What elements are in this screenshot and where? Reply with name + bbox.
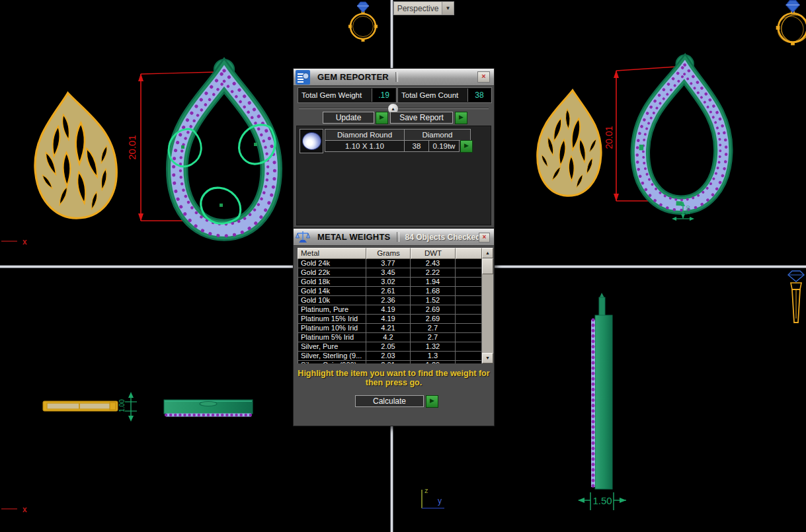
titlebar-groove bbox=[397, 232, 399, 242]
metal-weights-panel: METAL WEIGHTS 84 Objects Checked × Metal… bbox=[293, 228, 495, 426]
cell-dwt: 2.7 bbox=[411, 333, 456, 342]
diamond-icon bbox=[786, 1, 800, 13]
cell-metal: Gold 24k bbox=[298, 259, 366, 268]
save-report-button[interactable]: Save Report bbox=[390, 112, 453, 124]
panel-title: GEM REPORTER bbox=[317, 72, 389, 82]
cell-grams: 4.19 bbox=[366, 305, 411, 315]
cell-dwt: 1.32 bbox=[411, 342, 456, 352]
col-header-empty bbox=[456, 248, 482, 259]
metal-weights-table: Metal Grams DWT Gold 24k3.77 2.43 Gold 2… bbox=[298, 248, 482, 363]
ring-logo-side-view bbox=[788, 271, 804, 323]
gem-cut-header[interactable]: Diamond Round bbox=[325, 129, 405, 141]
chevron-down-icon[interactable]: ▼ bbox=[442, 2, 454, 15]
table-scrollbar[interactable]: ▲ ▼ bbox=[482, 248, 493, 363]
gem-thumbnail[interactable] bbox=[300, 129, 323, 153]
total-gem-weight-value: .19 bbox=[372, 89, 395, 102]
table-row[interactable]: Platinum 10% Irid4.21 2.7 bbox=[298, 324, 482, 333]
cell-metal: Silver, Sterling (9... bbox=[298, 352, 366, 361]
cell-metal: Gold 14k bbox=[298, 287, 366, 296]
cell-empty bbox=[456, 342, 482, 352]
viewport-title-dropdown[interactable]: Perspective ▼ bbox=[393, 1, 454, 15]
cell-metal: Platinum 5% Irid bbox=[298, 333, 366, 342]
total-gem-count-label: Total Gem Count bbox=[399, 89, 467, 102]
calculate-go-icon[interactable]: ▶ bbox=[426, 395, 438, 408]
cad-workspace: 20.01 bbox=[0, 0, 806, 532]
table-header-row: Metal Grams DWT bbox=[298, 248, 482, 259]
gem-pendant-edge[interactable] bbox=[593, 293, 612, 489]
dimension-thickness-edge: 1.50 bbox=[578, 492, 626, 510]
metal-weights-titlebar[interactable]: METAL WEIGHTS 84 Objects Checked × bbox=[294, 229, 494, 246]
cell-grams: 3.02 bbox=[366, 278, 411, 287]
gem-reporter-panel: GEM REPORTER × Total Gem Weight .19 Tota… bbox=[293, 68, 495, 228]
svg-text:z: z bbox=[424, 486, 428, 494]
gem-reporter-titlebar[interactable]: GEM REPORTER × bbox=[294, 69, 494, 86]
table-row[interactable]: Platinum 5% Irid4.2 2.7 bbox=[298, 333, 482, 342]
gem-pendant-perspective[interactable] bbox=[635, 56, 729, 211]
gem-size-cell[interactable]: 1.10 X 1.10 bbox=[325, 140, 405, 152]
calculate-button[interactable]: Calculate bbox=[355, 395, 424, 407]
table-row[interactable]: Silver, Pure2.05 1.32 bbox=[298, 342, 482, 352]
cell-dwt: 2.69 bbox=[411, 315, 456, 324]
cell-dwt: 1.3 bbox=[411, 352, 456, 361]
cell-dwt: 2.22 bbox=[411, 268, 456, 278]
gem-list-area: Diamond Round Diamond 1.10 X 1.10 38 0.1… bbox=[296, 126, 491, 225]
gem-material-header[interactable]: Diamond bbox=[404, 129, 471, 141]
gem-row-go-icon[interactable]: ▶ bbox=[460, 140, 473, 153]
scroll-thumb[interactable] bbox=[482, 258, 493, 274]
flame-pendant-front[interactable] bbox=[28, 89, 122, 222]
cell-dwt: 2.69 bbox=[411, 305, 456, 315]
svg-text:x: x bbox=[22, 237, 27, 247]
table-row[interactable]: Gold 22k3.45 2.22 bbox=[298, 268, 482, 278]
cell-metal: Platinum, Pure bbox=[298, 305, 366, 315]
cell-metal: Silver, Pure bbox=[298, 342, 366, 352]
viewport-title-label[interactable]: Perspective bbox=[394, 2, 442, 15]
dim-label: 1.00 bbox=[118, 399, 126, 412]
cell-empty bbox=[456, 361, 482, 363]
cell-metal: Gold 18k bbox=[298, 278, 366, 287]
total-gem-weight-label: Total Gem Weight bbox=[299, 89, 372, 102]
update-go-icon[interactable]: ▶ bbox=[376, 112, 388, 124]
col-header-dwt[interactable]: DWT bbox=[411, 248, 456, 259]
diamond-icon bbox=[357, 2, 369, 13]
dim-label: 20.01 bbox=[604, 126, 614, 149]
table-row[interactable]: Silver, Coin (900)2.01 1.29 bbox=[298, 361, 482, 363]
cell-grams: 2.05 bbox=[366, 342, 411, 352]
cell-dwt: 2.7 bbox=[411, 324, 456, 333]
table-row[interactable]: Gold 18k3.02 1.94 bbox=[298, 278, 482, 287]
table-row[interactable]: Platinum, Pure4.19 2.69 bbox=[298, 305, 482, 315]
svg-text:x: x bbox=[22, 505, 27, 514]
table-row[interactable]: Silver, Sterling (9...2.03 1.3 bbox=[298, 352, 482, 361]
cell-empty bbox=[456, 315, 482, 324]
table-row[interactable]: Gold 10k2.36 1.52 bbox=[298, 296, 482, 305]
cell-metal: Gold 10k bbox=[298, 296, 366, 305]
scroll-down-icon[interactable]: ▼ bbox=[482, 353, 493, 363]
gem-weight-cell[interactable]: 0.19tw bbox=[428, 140, 460, 152]
instruction-text: Highlight the item you want to find the … bbox=[294, 369, 494, 387]
cell-dwt: 1.29 bbox=[411, 361, 456, 363]
cell-metal: Gold 22k bbox=[298, 268, 366, 278]
axis-indicator-zy: z y bbox=[422, 486, 444, 508]
scroll-up-icon[interactable]: ▲ bbox=[482, 248, 493, 258]
col-header-grams[interactable]: Grams bbox=[366, 248, 411, 259]
close-icon[interactable]: × bbox=[479, 233, 490, 243]
table-row[interactable]: Gold 24k3.77 2.43 bbox=[298, 259, 482, 268]
metal-table-body: Gold 24k3.77 2.43 Gold 22k3.45 2.22 Gold… bbox=[298, 259, 482, 363]
update-button[interactable]: Update bbox=[323, 112, 374, 124]
gem-count-cell[interactable]: 38 bbox=[404, 140, 429, 152]
cell-grams: 4.2 bbox=[366, 333, 411, 342]
col-header-metal[interactable]: Metal bbox=[298, 248, 366, 259]
gem-pendant-front[interactable] bbox=[174, 62, 275, 236]
cell-empty bbox=[456, 278, 482, 287]
table-row[interactable]: Platinum 15% Irid4.19 2.69 bbox=[298, 315, 482, 324]
save-report-go-icon[interactable]: ▶ bbox=[455, 112, 467, 124]
flame-pendant-side[interactable] bbox=[43, 401, 118, 411]
cell-grams: 2.01 bbox=[366, 361, 411, 363]
cell-grams: 2.61 bbox=[366, 287, 411, 296]
cell-metal: Platinum 10% Irid bbox=[298, 324, 366, 333]
flame-pendant-perspective[interactable] bbox=[535, 89, 604, 198]
diamond-round-icon bbox=[302, 132, 321, 150]
cell-empty bbox=[456, 305, 482, 315]
table-row[interactable]: Gold 14k2.61 1.68 bbox=[298, 287, 482, 296]
close-icon[interactable]: × bbox=[477, 71, 490, 83]
gem-pendant-side[interactable] bbox=[164, 400, 253, 415]
